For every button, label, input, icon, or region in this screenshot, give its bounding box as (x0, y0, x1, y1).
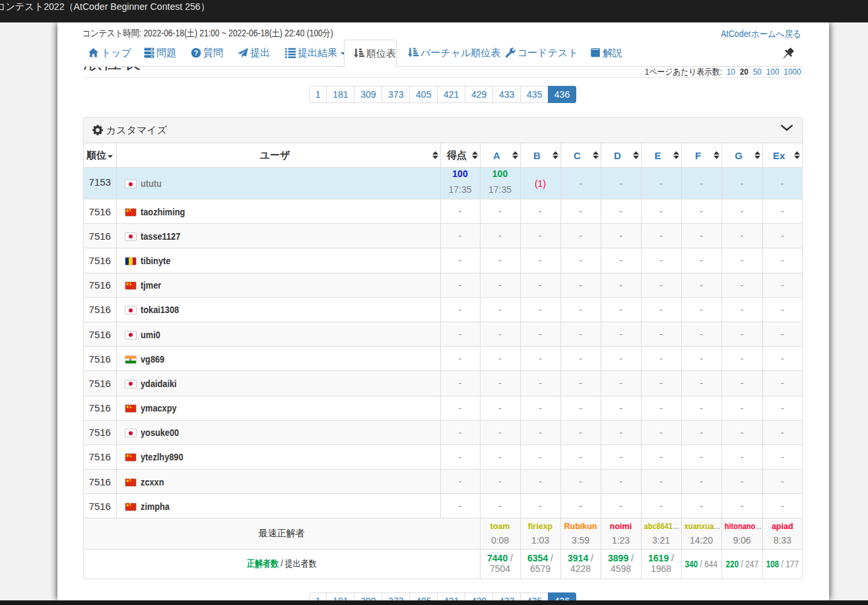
svg-text:?: ? (194, 49, 198, 57)
